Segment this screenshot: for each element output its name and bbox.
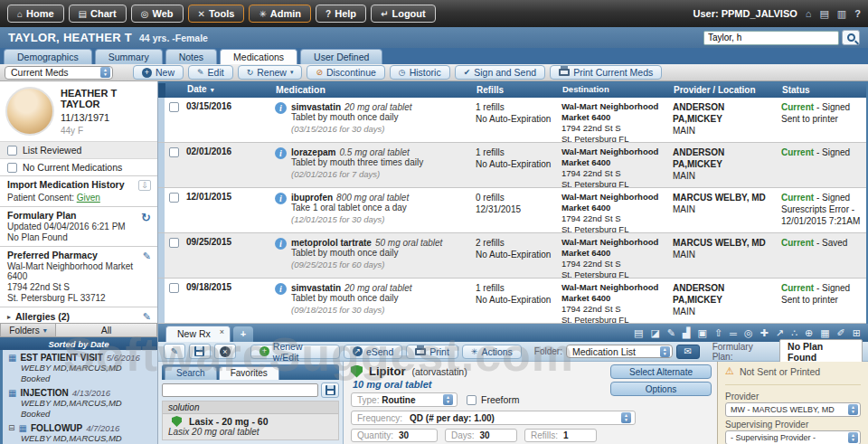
table-row[interactable]: 09/25/2015 i metoprolol tartrate50 mg or… (158, 233, 866, 279)
home-shortcut-icon[interactable]: ⌂ (806, 8, 812, 19)
row-checkbox[interactable] (169, 147, 179, 157)
row-checkbox[interactable] (169, 283, 179, 293)
trend-icon[interactable]: ↗ (776, 327, 784, 339)
bar-chart-icon[interactable]: ▟ (683, 327, 690, 339)
type-select[interactable]: Type: Routine (351, 392, 458, 407)
search-button[interactable] (842, 30, 860, 45)
import-icon[interactable]: ⇩ (138, 180, 151, 191)
nav-help[interactable]: ?Help (316, 5, 366, 23)
list-reviewed-checkbox[interactable] (7, 146, 17, 156)
renew-button[interactable]: ↻Renew▾ (238, 65, 303, 80)
close-icon[interactable]: × (220, 327, 224, 336)
tab-favorites[interactable]: Favorites (219, 366, 279, 380)
sign-button[interactable]: ✎ (164, 344, 185, 359)
envelope-button[interactable]: ✉ (676, 345, 700, 359)
col-medication[interactable]: Medication (272, 83, 473, 98)
discontinue-button[interactable]: ⊘Discontinue (307, 65, 384, 80)
refresh-icon[interactable]: ↻ (141, 211, 151, 224)
row-checkbox[interactable] (169, 193, 179, 203)
tab-user-defined[interactable]: User Defined (300, 49, 382, 64)
quantity-field[interactable]: Quantity:30 (351, 429, 438, 442)
col-provider[interactable]: Provider / Location (670, 83, 778, 98)
tab-medications[interactable]: Medications (220, 49, 297, 64)
esend-button[interactable]: ↗eSend (344, 345, 402, 359)
folders-dropdown[interactable]: Folders▾ (0, 323, 56, 337)
fullscreen-icon[interactable]: ⊞ (853, 327, 861, 339)
options-button[interactable]: Options (610, 382, 712, 396)
note-icon[interactable]: ✐ (837, 327, 845, 339)
days-field[interactable]: Days:30 (445, 429, 517, 442)
upload-icon[interactable]: ⇧ (714, 327, 722, 339)
image-icon[interactable]: ◪ (650, 327, 659, 339)
new-rx-tab[interactable]: New Rx× (165, 326, 231, 342)
collapse-icon[interactable]: ⊟ (8, 423, 15, 432)
tab-search[interactable]: Search (165, 366, 217, 380)
printer-icon[interactable]: ▦ (820, 327, 829, 339)
frequency-select[interactable]: Frequency: QD (# per day: 1.00) (351, 411, 636, 425)
clipboard-icon[interactable]: ▤ (634, 327, 643, 339)
save-button[interactable] (189, 344, 211, 359)
renew-with-edit-button[interactable]: +Renew w/Edit (250, 345, 340, 359)
row-checkbox[interactable] (169, 238, 179, 248)
cancel-button[interactable]: × (214, 344, 236, 359)
table-row[interactable]: 02/01/2016 i lorazepam0.5 mg oral tablet… (158, 143, 866, 188)
nav-web[interactable]: ◎Web (131, 5, 184, 23)
syringe-icon[interactable]: ✚ (760, 327, 769, 339)
info-icon[interactable]: i (275, 102, 287, 114)
folders-all-button[interactable]: All (56, 323, 157, 337)
print-current-meds-button[interactable]: Print Current Meds (550, 65, 662, 80)
add-icon[interactable]: ⊕ (805, 327, 813, 339)
new-button[interactable]: +New (133, 65, 184, 80)
tab-notes[interactable]: Notes (165, 49, 217, 64)
select-alternate-button[interactable]: Select Alternate (610, 364, 712, 379)
nav-chart[interactable]: ▤Chart (69, 5, 127, 23)
briefcase-icon[interactable]: ▥ (837, 8, 846, 20)
nav-admin[interactable]: ✳Admin (249, 5, 311, 23)
row-checkbox[interactable] (169, 102, 179, 112)
historic-button[interactable]: ◷Historic (390, 65, 450, 80)
favorites-save-button[interactable] (321, 383, 339, 398)
list-item[interactable]: Lasix - 20 mg - 60 Lasix 20 mg oral tabl… (163, 414, 338, 439)
search-icon[interactable]: ◎ (744, 327, 753, 339)
info-icon[interactable]: i (275, 283, 287, 295)
info-icon[interactable]: i (275, 147, 287, 159)
col-date[interactable]: Date▾ (184, 83, 272, 98)
list-item[interactable]: ⊟▦FOLLOWUP4/7/2016 WELBY MD,MARCUS,MD (6, 422, 156, 444)
tab-summary[interactable]: Summary (95, 49, 163, 64)
table-row[interactable]: 12/01/2015 i ibuprofen800 mg oral tablet… (158, 188, 866, 233)
list-item[interactable]: ▦INJECTION4/13/2016 WELBY MD,MARCUS,MD B… (6, 387, 156, 422)
col-destination[interactable]: Destination (559, 83, 670, 98)
edit-allergies-pencil-icon[interactable]: ✎ (143, 311, 151, 323)
question-icon[interactable]: ? (854, 8, 861, 19)
scatter-icon[interactable]: ∴ (791, 327, 797, 339)
tab-demographics[interactable]: Demographics (4, 49, 92, 64)
provider-select[interactable]: MW - MARCUS WELBY, MD (725, 402, 861, 417)
building-icon[interactable]: ▤ (819, 8, 828, 20)
pencil-icon[interactable]: ✎ (667, 327, 675, 339)
no-current-meds-checkbox[interactable] (7, 163, 17, 173)
list-item[interactable]: ▦EST PATIENT VISIT5/6/2016 WELBY MD,MARC… (6, 352, 156, 387)
col-status[interactable]: Status (778, 83, 866, 98)
col-refills[interactable]: Refills (473, 83, 559, 98)
actions-button[interactable]: ✳Actions (462, 345, 522, 359)
table-row[interactable]: 03/15/2016 i simvastatin20 mg oral table… (158, 98, 866, 143)
edit-pharmacy-pencil-icon[interactable]: ✎ (143, 250, 151, 262)
add-tab-button[interactable]: + (233, 326, 253, 342)
info-icon[interactable]: i (275, 238, 287, 250)
nav-logout[interactable]: ↵Logout (371, 5, 436, 23)
rules-icon[interactable]: ═ (730, 328, 737, 339)
refills-field[interactable]: Refills:1 (524, 429, 597, 442)
folder-select[interactable]: Medication List (566, 345, 673, 358)
freeform-checkbox[interactable] (467, 395, 476, 405)
supervising-select[interactable]: - Supervising Provider - (725, 430, 861, 444)
meds-view-select[interactable]: Current Meds (5, 66, 113, 80)
nav-tools[interactable]: ✕Tools (188, 5, 245, 23)
info-icon[interactable]: i (275, 193, 287, 204)
document-icon[interactable]: ▣ (697, 327, 706, 339)
table-row[interactable]: 09/18/2015 i simvastatin20 mg oral table… (158, 279, 866, 324)
favorites-search-input[interactable] (162, 383, 318, 397)
nav-home[interactable]: ⌂Home (7, 5, 64, 23)
sign-send-button[interactable]: ✔Sign and Send (455, 65, 545, 80)
patient-search-input[interactable] (703, 31, 839, 45)
folders-sort-bar[interactable]: Sorted by Date (0, 337, 157, 350)
